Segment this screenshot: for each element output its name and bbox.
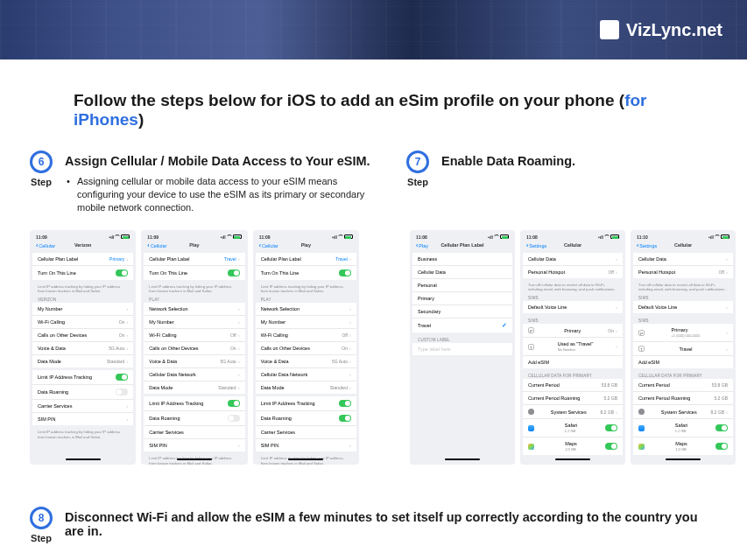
step-7-title: Enable Data Roaming. — [441, 154, 722, 168]
screenshot-6b: 11:09•ıll⁀CellularPlayCellular Plan Labe… — [141, 230, 247, 465]
step-8-title: Disconnect Wi-Fi and allow the eSIM a fe… — [65, 510, 717, 538]
step-6-title: Assign Cellular / Mobile Data Access to … — [65, 154, 380, 168]
step-7-badge: 7 — [406, 150, 429, 173]
step-6: 6 Step Assign Cellular / Mobile Data Acc… — [30, 150, 380, 214]
step-7-badge-col: 7 Step — [406, 150, 429, 187]
step-8-label: Step — [31, 533, 52, 543]
screenshot-7a: 11:08•ıll⁀PlayCellular Plan LabelBusines… — [410, 230, 515, 465]
screenshot-6c: 11:09•ıll⁀CellularPlayCellular Plan Labe… — [253, 230, 359, 465]
step-8-body: Disconnect Wi-Fi and allow the eSIM a fe… — [65, 507, 717, 545]
headline: Follow the steps below for iOS to add an… — [30, 91, 717, 130]
screenshot-6a: 11:09•ıll⁀CellularVerizonCellular Plan L… — [30, 230, 136, 465]
step-7-screenshots: 11:08•ıll⁀PlayCellular Plan LabelBusines… — [410, 230, 736, 465]
headline-post: ) — [138, 110, 144, 129]
brand-logo-icon — [600, 20, 619, 39]
step-6-body: Assign Cellular / Mobile Data Access to … — [65, 150, 380, 214]
step-7: 7 Step Enable Data Roaming. — [406, 150, 722, 187]
step-8: 8 Step Disconnect Wi-Fi and allow the eS… — [30, 507, 717, 545]
brand-name: VizLync.net — [626, 20, 722, 40]
step-6-label: Step — [31, 177, 52, 187]
step-6-screenshots: 11:09•ıll⁀CellularVerizonCellular Plan L… — [30, 230, 359, 465]
banner: VizLync.net — [0, 0, 747, 60]
screenshot-7b: 11:08•ıll⁀SettingsCellularCellular DataP… — [520, 230, 625, 465]
brand-logo: VizLync.net — [600, 20, 722, 40]
screenshots-row: 11:09•ıll⁀CellularVerizonCellular Plan L… — [30, 214, 717, 465]
step-8-badge-col: 8 Step — [30, 507, 53, 543]
step-7-body: Enable Data Roaming. — [441, 150, 722, 175]
step-6-badge-col: 6 Step — [30, 150, 53, 187]
content: Follow the steps below for iOS to add an… — [0, 60, 747, 545]
step-8-badge: 8 — [30, 507, 53, 529]
headline-pre: Follow the steps below for iOS to add an… — [74, 91, 624, 109]
step-6-desc: Assigning cellular or mobile data access… — [65, 175, 380, 214]
step-7-label: Step — [407, 177, 428, 187]
screenshot-7c: 11:10•ıll⁀SettingsCellularCellular DataP… — [631, 230, 736, 465]
step-6-badge: 6 — [30, 150, 53, 173]
steps-row-6-7: 6 Step Assign Cellular / Mobile Data Acc… — [30, 150, 717, 214]
